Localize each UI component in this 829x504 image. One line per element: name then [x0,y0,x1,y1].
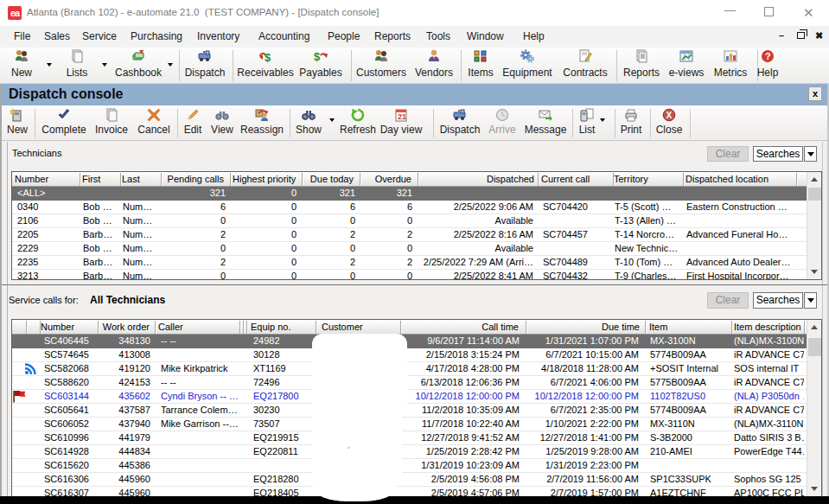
svg-text:$: $ [314,50,321,63]
svg-text:21: 21 [398,112,406,121]
svg-text:$: $ [265,51,271,63]
svg-text:X: X [666,111,673,120]
svg-text:?: ? [765,51,771,61]
